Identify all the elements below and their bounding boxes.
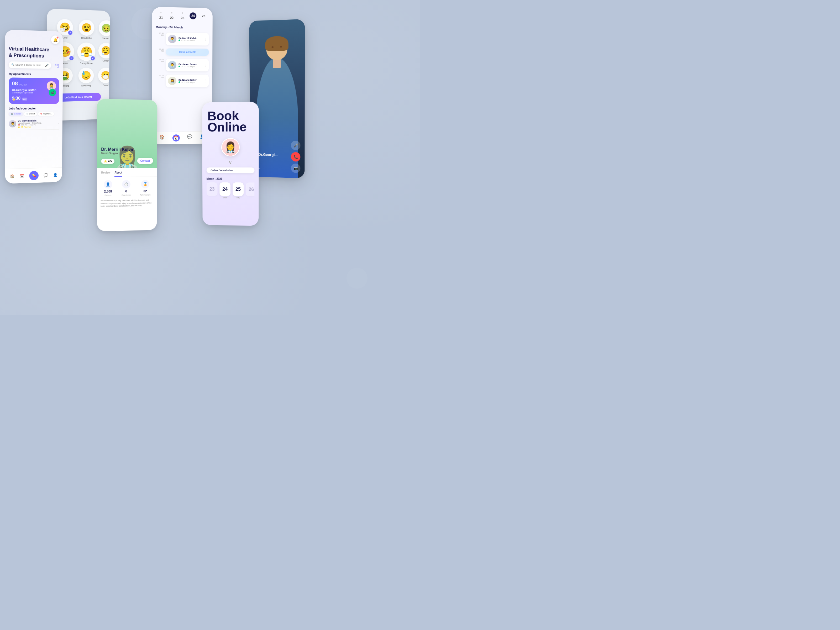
appt-time-period: am [22,97,27,100]
slot-0715-content: 👩‍⚕️ Dr. Naomi Salter 07:15 - 07:30 pm ⋮ [166,74,209,87]
appointment-card[interactable]: 08 Oct, Sun Dr.Georgia Griffin Cardiolog… [9,77,59,104]
time-0715: 07:15PM [156,74,164,87]
spec-dentist-label: Dentist [29,113,35,115]
slot-range-text-1: 10:30 - 10:45 am [181,39,195,41]
symptom-cough[interactable]: 😮‍💨 Cough [98,43,110,65]
notification-icon[interactable]: 🔔 [51,35,60,44]
sweating-emoji: 😓 [79,68,94,84]
book-title-block: BookOnline [202,102,259,136]
doctor-hero-name: Dr. Merrill Kelvin [101,147,134,152]
appt-block-jones[interactable]: 👨‍⚕️ Dr. Jacob Jones 05:15 - 05:30 pm ⋮ [166,59,209,71]
sched-nav-chat[interactable]: 💬 [187,134,193,141]
see-all-link[interactable]: See all [53,63,59,69]
runny-nose-label: Runny Nose [80,62,93,65]
expand-icon[interactable]: ∨ [202,159,259,165]
cal-day-24-active[interactable]: 24 [190,12,197,22]
doctor-hero-name-block: Dr. Merrill Kelvin Neuro Surgeon [101,147,134,155]
mic-icon[interactable]: 🎤 [45,63,49,67]
sched-nav-calendar[interactable]: 📅 [172,134,180,142]
slot-1030: 10:30AM 👨‍⚕️ Dr. Merrill Kelvin 10:30 - … [152,31,213,47]
appt-block-salter[interactable]: 👩‍⚕️ Dr. Naomi Salter 07:15 - 07:30 pm ⋮ [166,74,209,87]
appt-date: 08 [12,81,18,86]
schedule-date: Monday - 24, March [152,25,213,32]
consult-label: Online Consultation [211,169,233,172]
sched-nav-home[interactable]: 🏠 [159,135,165,142]
nav-home-icon[interactable]: 🏠 [10,174,14,178]
spec-pill-psycho[interactable]: 🧠 Psycholo... [38,112,54,115]
nav-pill-icon[interactable]: 💊 [29,171,39,180]
calendar-month: March - 2023 [207,177,255,181]
spec-pill-general[interactable]: 🏥 General [9,112,22,116]
achievement-value: 32 [144,189,147,193]
online-dot-1 [178,39,180,41]
stat-experience: ⏱️ 6 Experience [122,180,131,196]
chevron-right-icon: › [58,122,59,125]
end-call-btn[interactable]: 📞 [291,152,300,161]
stat-patients: 👤 2,568 Patients [104,180,112,196]
scene: 🔔 Virtual Healthcare & Prescriptions 🔍 🎤… [0,0,420,315]
specialty-pills: 🏥 General 🦷 Dentist 🧠 Psycholo... [9,112,59,115]
patients-value: 2,568 [104,189,112,193]
hero-subtitle: & Prescriptions [9,52,59,59]
experience-icon: ⏱️ [122,180,131,188]
slot-range-text-2: 05:15 - 05:30 pm [181,65,195,67]
search-input[interactable] [16,63,45,67]
nav-chat-icon[interactable]: 💬 [44,173,48,177]
nav-profile-icon[interactable]: 👤 [53,173,57,177]
spec-pill-dentist[interactable]: 🦷 Dentist [24,112,37,116]
card-virtual-healthcare: 🔔 Virtual Healthcare & Prescriptions 🔍 🎤… [5,30,63,184]
slot-0515-content: 👨‍⚕️ Dr. Jacob Jones 05:15 - 05:30 pm ⋮ [166,59,209,71]
deco-circle-2 [346,268,368,289]
nausea-emoji: 🤢 [99,20,110,36]
break-block: Have a Break [166,48,209,56]
doctor-list-item[interactable]: 👨‍⚕️ Dr. Merrill Kelvin Neuro Surgeon | … [9,118,59,130]
mic-btn[interactable]: 🎤 [291,141,300,150]
search-container[interactable]: 🔍 🎤 [9,62,51,69]
symptom-runny-nose[interactable]: 😤 Runny Nose [77,43,96,65]
cal-date-26[interactable]: 26 [246,183,254,199]
slot-1030-content: 👨‍⚕️ Dr. Merrill Kelvin 10:30 - 10:45 am… [166,33,209,46]
slot-menu-1[interactable]: ⋮ [204,37,207,41]
doctor-hero-specialty: Neuro Surgeon [101,152,134,155]
appointments-title: My Appointments [9,72,59,76]
cold-label: Cold [63,36,68,39]
contact-button[interactable]: Contact [137,158,153,164]
symptom-headache[interactable]: 😵 Headache [77,19,96,39]
rating-value: 4.5 [108,160,112,163]
slot-menu-3[interactable]: ⋮ [204,79,207,83]
appt-rating: ⭐ [13,96,16,101]
find-doctor-title: Let's find your doctor [9,107,59,110]
camera-btn[interactable]: 📷 [291,164,300,173]
doc-avatar-kelvin: 👨‍⚕️ [168,35,177,43]
video-doc-name-text: Dr.Georgi... [258,153,278,157]
slot-time-range-1: 10:30 - 10:45 am [178,39,197,41]
card-book-online: BookOnline 👩‍⚕️ ∨ Online Consultation Ma… [202,102,259,226]
symptom-covid[interactable]: 😷 Covid [98,68,110,87]
online-dot-2 [178,66,180,67]
cal-date-23[interactable]: 23 [207,182,218,199]
symptom-sweating[interactable]: 😓 Sweating [77,68,95,87]
video-call-btn[interactable]: 📹 [49,89,56,96]
slot-menu-2[interactable]: ⋮ [204,63,207,67]
cal-day-s22: S 22 [168,11,175,22]
appt-block-info-2: Dr. Jacob Jones 05:15 - 05:30 pm [178,63,197,67]
headache-label: Headache [81,37,92,39]
card-header: 🔔 [9,34,60,44]
appt-block-kelvin[interactable]: 👨‍⚕️ Dr. Merrill Kelvin 10:30 - 10:45 am… [166,33,209,46]
cough-label: Cough [103,59,109,62]
cal-date-24[interactable]: 24 MON [219,182,231,199]
date-num-23: 23 [207,182,218,196]
experience-value: 6 [125,189,127,193]
achievement-label: Achievement [140,194,150,196]
doctor-rating-sm: ⭐ 4.5 Reviews [18,126,57,128]
symptom-nausea[interactable]: 🤢 Nause... [98,20,110,40]
slot-time-range-2: 05:15 - 05:30 pm [178,65,197,67]
find-doctor-section: Let's find your doctor 🏥 General 🦷 Denti… [9,107,59,130]
slot-1200: 12:00PM Have a Break [152,47,212,57]
doctor-bio: It is the medical specialty concerned wi… [97,199,157,208]
tab-review[interactable]: Review [101,171,110,177]
cal-date-25[interactable]: 25 TUE [232,182,243,199]
nav-calendar-icon[interactable]: 📅 [20,174,24,178]
tab-about[interactable]: About [114,171,122,177]
bottom-nav: 🏠 📅 💊 💬 👤 [5,167,62,184]
